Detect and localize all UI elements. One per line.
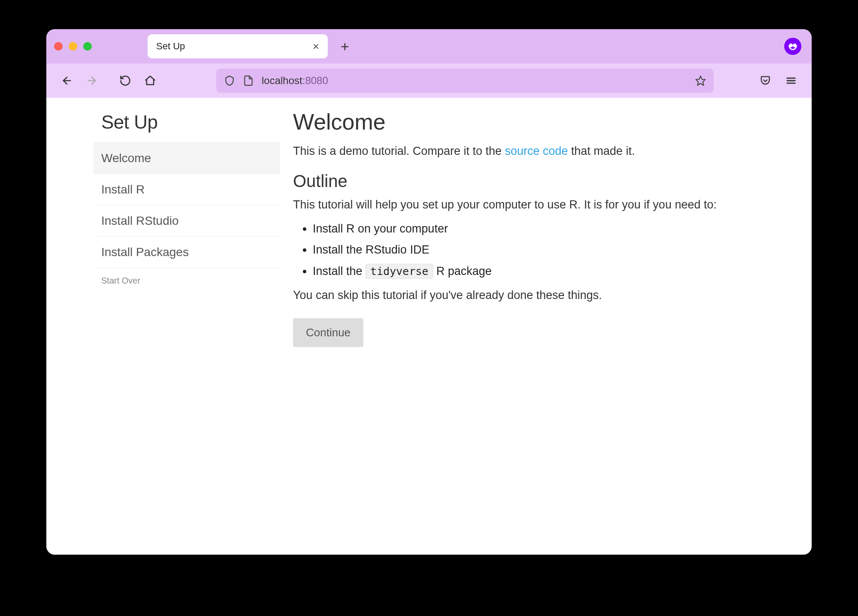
bookmark-star-icon[interactable]: [695, 75, 706, 86]
sidebar-item-install-packages[interactable]: Install Packages: [94, 237, 280, 268]
toolbar-right: [755, 70, 801, 91]
sidebar-item-label: Welcome: [101, 151, 151, 165]
sidebar-item-label: Install Packages: [101, 245, 189, 259]
code-inline: tidyverse: [366, 264, 433, 279]
sidebar-item-label: Install R: [101, 183, 145, 196]
browser-window: Set Up × + localhost:80: [46, 29, 812, 555]
sidebar-nav: Welcome Install R Install RStudio Instal…: [94, 142, 280, 268]
intro-paragraph: This is a demo tutorial. Compare it to t…: [293, 143, 790, 160]
sidebar-item-install-rstudio[interactable]: Install RStudio: [94, 205, 280, 237]
start-over-link[interactable]: Start Over: [94, 268, 280, 293]
page-content: Set Up Welcome Install R Install RStudio…: [46, 98, 812, 555]
new-tab-button[interactable]: +: [341, 38, 349, 55]
home-button[interactable]: [140, 70, 160, 91]
close-window-button[interactable]: [54, 42, 63, 51]
intro-text-after: that made it.: [568, 145, 635, 157]
list-item: Install the tidyverse R package: [313, 263, 790, 280]
outline-heading: Outline: [293, 172, 790, 191]
extension-icon[interactable]: [784, 38, 801, 55]
intro-text-before: This is a demo tutorial. Compare it to t…: [293, 145, 505, 157]
continue-button[interactable]: Continue: [293, 318, 363, 347]
main-content: Welcome This is a demo tutorial. Compare…: [280, 106, 812, 555]
sidebar: Set Up Welcome Install R Install RStudio…: [46, 106, 280, 555]
page-icon: [243, 75, 254, 86]
browser-tab-bar: Set Up × +: [46, 29, 812, 63]
back-button[interactable]: [57, 70, 77, 91]
list-item: Install the RStudio IDE: [313, 242, 790, 258]
source-code-link[interactable]: source code: [505, 145, 568, 157]
shield-icon[interactable]: [224, 75, 235, 86]
reload-button[interactable]: [115, 70, 136, 91]
maximize-window-button[interactable]: [83, 42, 92, 51]
pocket-icon[interactable]: [755, 70, 776, 91]
url-host: localhost: [262, 75, 302, 86]
sidebar-item-label: Install RStudio: [101, 214, 179, 227]
browser-toolbar: localhost:8080: [46, 63, 812, 98]
forward-button[interactable]: [82, 70, 102, 91]
url-text: localhost:8080: [262, 75, 328, 87]
bullet3-after: R package: [433, 265, 492, 278]
close-tab-icon[interactable]: ×: [313, 41, 319, 52]
outline-intro: This tutorial will help you set up your …: [293, 197, 790, 213]
skip-text: You can skip this tutorial if you've alr…: [293, 287, 790, 304]
window-controls: [54, 42, 92, 51]
url-port: :8080: [302, 75, 328, 86]
page-heading: Welcome: [293, 109, 790, 135]
svg-marker-2: [696, 76, 705, 85]
address-bar[interactable]: localhost:8080: [216, 69, 714, 93]
sidebar-item-welcome[interactable]: Welcome: [94, 143, 280, 174]
list-item: Install R on your computer: [313, 221, 790, 237]
sidebar-item-install-r[interactable]: Install R: [94, 174, 280, 205]
tab-title: Set Up: [156, 41, 185, 52]
outline-list: Install R on your computer Install the R…: [313, 221, 790, 280]
bullet3-before: Install the: [313, 265, 366, 278]
minimize-window-button[interactable]: [69, 42, 77, 51]
sidebar-title: Set Up: [101, 112, 280, 133]
menu-button[interactable]: [781, 70, 801, 91]
browser-tab[interactable]: Set Up ×: [148, 34, 328, 58]
